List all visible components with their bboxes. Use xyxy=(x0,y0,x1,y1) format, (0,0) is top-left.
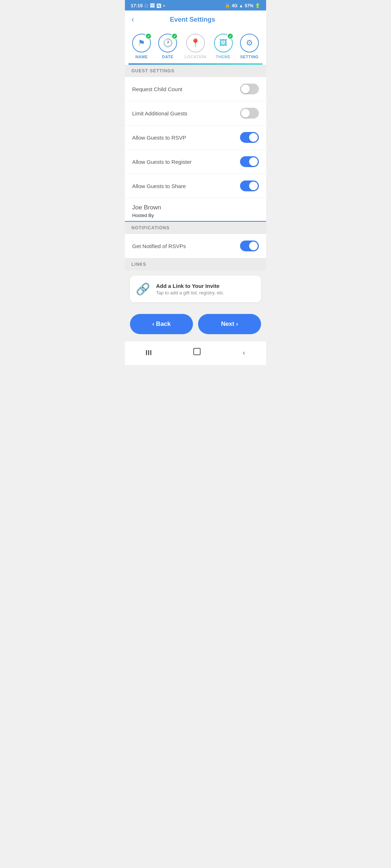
step-name-check: ✓ xyxy=(145,33,152,39)
toggle-notify-rsvp[interactable] xyxy=(240,241,259,251)
back-icon-button[interactable]: ‹ xyxy=(131,16,134,24)
toggle-label-request-child: Request Child Count xyxy=(132,86,182,92)
step-setting-icon: ⚙ xyxy=(246,38,253,48)
next-button[interactable]: Next › xyxy=(198,314,261,334)
status-left: 17:15 □ 🖼 N • xyxy=(131,3,165,8)
step-name-icon: ⚑ xyxy=(138,38,145,48)
steps-row: ⚑ ✓ NAME 🕐 ✓ DATE 📍 LOCATION 🖼 ✓ THEME xyxy=(129,34,262,59)
toggle-row-allow-register: Allow Guests to Register xyxy=(125,150,266,174)
progress-bar xyxy=(129,63,262,65)
toggle-label-allow-register: Allow Guests to Register xyxy=(132,159,192,165)
gallery-icon: 🖼 xyxy=(150,3,155,8)
step-theme[interactable]: 🖼 ✓ THEME xyxy=(214,34,233,59)
step-date-label: DATE xyxy=(162,55,173,59)
battery-label: 57% xyxy=(245,3,253,8)
toggle-request-child[interactable] xyxy=(240,84,259,94)
step-location-label: LOCATION xyxy=(185,55,207,59)
nav-home-button[interactable] xyxy=(186,346,208,359)
page-title: Event Settings xyxy=(134,16,251,24)
signal-bars: ▲ xyxy=(239,3,243,8)
step-theme-icon: 🖼 xyxy=(219,38,227,48)
step-date-check: ✓ xyxy=(171,33,178,39)
link-card-title: Add a Link to Your Invite xyxy=(156,283,224,289)
step-location-icon: 📍 xyxy=(190,38,200,48)
toggle-row-request-child: Request Child Count xyxy=(125,77,266,101)
nav-back-button[interactable]: ‹ xyxy=(236,346,252,359)
step-setting-label: SETTING xyxy=(240,55,258,59)
toggle-row-limit-guests: Limit Additional Guests xyxy=(125,101,266,125)
progress-fill xyxy=(129,63,262,65)
step-theme-check: ✓ xyxy=(227,33,234,39)
dot-icon: • xyxy=(163,3,165,8)
link-card-text: Add a Link to Your Invite Tap to add a g… xyxy=(156,283,224,295)
step-location-circle: 📍 xyxy=(186,34,205,52)
status-bar: 17:15 □ 🖼 N • 🔒 4G ▲ 57% 🔋 xyxy=(125,0,266,10)
toggle-allow-rsvp[interactable] xyxy=(240,132,259,143)
step-date-circle: 🕐 ✓ xyxy=(158,34,177,52)
toggle-label-limit-guests: Limit Additional Guests xyxy=(132,110,188,116)
toggle-limit-guests[interactable] xyxy=(240,108,259,119)
bottom-nav: ‹ xyxy=(125,341,266,365)
step-date[interactable]: 🕐 ✓ DATE xyxy=(158,34,177,59)
notifications-toggles-list: Get Notified of RSVPs xyxy=(125,234,266,258)
step-theme-circle: 🖼 ✓ xyxy=(214,34,233,52)
battery-icon: 🔋 xyxy=(255,3,260,8)
device-icon: □ xyxy=(145,3,148,8)
lock-icon: 🔒 xyxy=(225,3,230,8)
toggle-row-allow-rsvp: Allow Guests to RSVP xyxy=(125,125,266,150)
header: ‹ Event Settings xyxy=(125,10,266,29)
toggle-allow-share[interactable] xyxy=(240,180,259,191)
toggle-allow-register[interactable] xyxy=(240,156,259,167)
guest-settings-header: GUEST SETTINGS xyxy=(125,65,266,77)
step-name-circle: ⚑ ✓ xyxy=(132,34,151,52)
notifications-header: NOTIFICATIONS xyxy=(125,222,266,234)
toggle-label-allow-rsvp: Allow Guests to RSVP xyxy=(132,135,186,141)
step-setting-circle: ⚙ xyxy=(240,34,259,52)
toggle-label-notify-rsvp: Get Notified of RSVPs xyxy=(132,243,186,249)
bottom-buttons: ‹ Back Next › xyxy=(125,307,266,341)
hosted-by-name: Joe Brown xyxy=(132,204,259,211)
step-theme-label: THEME xyxy=(216,55,231,59)
step-location[interactable]: 📍 LOCATION xyxy=(185,34,207,59)
back-button[interactable]: ‹ Back xyxy=(130,314,193,334)
signal-label: 4G xyxy=(232,3,237,8)
step-date-icon: 🕐 xyxy=(163,38,173,48)
link-icon: 🔗 xyxy=(136,282,150,296)
status-right: 🔒 4G ▲ 57% 🔋 xyxy=(225,3,260,8)
hosted-by-container: Joe Brown Hosted By xyxy=(125,198,266,222)
hosted-by-label: Hosted By xyxy=(132,213,259,218)
n-icon: N xyxy=(157,4,161,8)
step-name-label: NAME xyxy=(135,55,148,59)
time: 17:15 xyxy=(131,3,143,8)
toggle-row-notify-rsvp: Get Notified of RSVPs xyxy=(125,234,266,258)
add-link-card[interactable]: 🔗 Add a Link to Your Invite Tap to add a… xyxy=(130,276,261,302)
step-name[interactable]: ⚑ ✓ NAME xyxy=(132,34,151,59)
toggle-label-allow-share: Allow Guests to Share xyxy=(132,183,186,189)
nav-recents-button[interactable] xyxy=(139,348,159,357)
steps-container: ⚑ ✓ NAME 🕐 ✓ DATE 📍 LOCATION 🖼 ✓ THEME xyxy=(125,29,266,65)
step-setting[interactable]: ⚙ SETTING xyxy=(240,34,259,59)
link-card-subtitle: Tap to add a gift list, registry, etc. xyxy=(156,290,224,295)
toggle-row-allow-share: Allow Guests to Share xyxy=(125,174,266,198)
links-header: LINKS xyxy=(125,258,266,271)
guest-toggles-list: Request Child CountLimit Additional Gues… xyxy=(125,77,266,198)
